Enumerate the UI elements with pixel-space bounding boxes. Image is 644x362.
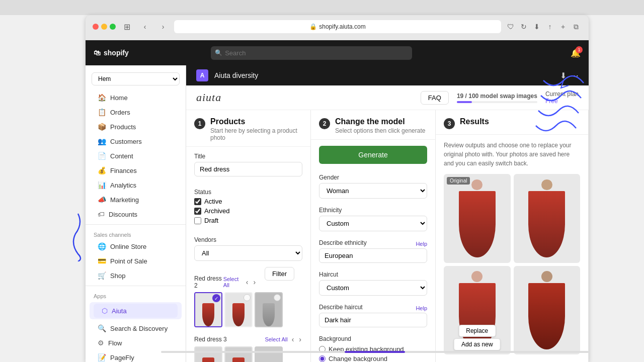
- sidebar-item-analytics[interactable]: 📊 Analytics: [90, 178, 182, 192]
- generate-button[interactable]: Generate: [319, 146, 427, 164]
- sidebar-item-finances[interactable]: 💰 Finances: [90, 163, 182, 177]
- select-all-2[interactable]: Select All: [265, 336, 287, 342]
- search-input[interactable]: [211, 46, 412, 60]
- product-thumb-1-3[interactable]: [255, 292, 283, 327]
- change-background-radio[interactable]: [319, 355, 326, 362]
- gender-select[interactable]: Woman Man: [319, 183, 427, 199]
- status-archived-checkbox[interactable]: [194, 208, 201, 215]
- sidebar-item-online-store[interactable]: 🌐 Online Store: [90, 239, 182, 253]
- product-thumb-1-2[interactable]: [224, 292, 253, 327]
- thumb-check-empty-3: [274, 294, 281, 301]
- col1-subtitle: Start here by selecting a product photo: [210, 127, 302, 141]
- ethnicity-select[interactable]: Custom European Asian African: [319, 216, 427, 231]
- original-label: Original: [447, 177, 470, 185]
- notification-btn[interactable]: 🔔 1: [571, 48, 581, 58]
- title-input[interactable]: [194, 162, 302, 176]
- download-icon-btn[interactable]: ⬇: [560, 71, 567, 80]
- new-tab-btn[interactable]: +: [557, 21, 569, 32]
- prev-btn-1[interactable]: ‹: [245, 278, 250, 286]
- forward-btn[interactable]: ›: [156, 22, 170, 32]
- model-column: 2 Change the model Select options then c…: [311, 110, 436, 362]
- add-as-new-button[interactable]: Add as new: [454, 338, 501, 350]
- sidebar-label-content: Content: [110, 152, 133, 160]
- status-draft-checkbox[interactable]: [194, 217, 201, 224]
- status-draft[interactable]: Draft: [194, 217, 302, 224]
- sidebar-item-content[interactable]: 📄 Content: [90, 149, 182, 163]
- online-store-icon: 🌐: [98, 242, 106, 250]
- product-thumb-1-1[interactable]: ✓: [194, 292, 222, 327]
- products-column: 1 Products Start here by selecting a pro…: [186, 110, 311, 362]
- dress-grey-3: [263, 303, 274, 326]
- sidebar-item-products[interactable]: 📦 Products: [90, 120, 182, 134]
- vendors-select[interactable]: All: [194, 245, 302, 261]
- describe-ethnicity-input[interactable]: [319, 248, 427, 263]
- download-btn[interactable]: ⬇: [531, 21, 542, 32]
- sidebar-item-customers[interactable]: 👥 Customers: [90, 134, 182, 148]
- filter-button[interactable]: Filter: [265, 267, 294, 281]
- sidebar-item-orders[interactable]: 📋 Orders: [90, 105, 182, 119]
- describe-ethnicity-group: Describe ethnicity Help: [311, 235, 435, 267]
- address-bar[interactable]: 🔒 shopify.aiuta.com: [174, 20, 501, 33]
- title-group: Title: [186, 147, 310, 183]
- browser-actions: 🛡 ↻ ⬇ ↑ + ⧉: [505, 21, 582, 32]
- product-thumb-2-3[interactable]: [255, 346, 283, 362]
- minimize-window-btn[interactable]: [101, 24, 107, 30]
- status-archived[interactable]: Archived: [194, 207, 302, 215]
- sidebar-item-aiuta[interactable]: ⬡ Aiuta: [94, 304, 178, 318]
- sidebar-item-flow[interactable]: ⚙ Flow: [90, 336, 182, 350]
- sales-channels-label: Sales channels: [86, 228, 186, 239]
- ethnicity-label: Ethnicity: [319, 207, 427, 214]
- pagefly-icon: 📝: [98, 353, 106, 361]
- sidebar-toggle-btn[interactable]: ⊞: [120, 22, 134, 32]
- describe-ethnicity-help[interactable]: Help: [416, 241, 427, 247]
- describe-haircut-help[interactable]: Help: [416, 305, 427, 311]
- prev-btn-2[interactable]: ‹: [291, 335, 295, 343]
- share-btn[interactable]: ↑: [544, 21, 555, 32]
- store-select[interactable]: Hem: [92, 72, 180, 85]
- sidebar-item-shop[interactable]: 🛒 Shop: [90, 268, 182, 283]
- sidebar-label-analytics: Analytics: [110, 182, 136, 189]
- background-label: Background: [319, 335, 427, 342]
- horizontal-scrollbar-thumb[interactable]: [345, 351, 405, 353]
- aiuta-icon: ⬡: [102, 307, 108, 315]
- sidebar-item-search-discovery[interactable]: 🔍 Search & Discovery: [90, 321, 182, 335]
- generated-figure-1: [528, 179, 565, 257]
- sidebar-item-pos[interactable]: 💳 Point of Sale: [90, 254, 182, 268]
- next-btn-1[interactable]: ›: [252, 278, 257, 286]
- result-original[interactable]: Original: [444, 174, 511, 263]
- change-background-option[interactable]: Change background: [319, 355, 427, 362]
- replace-menu: Replace Add as new: [454, 325, 501, 350]
- maximize-window-btn[interactable]: [110, 24, 116, 30]
- next-btn-2[interactable]: ›: [298, 335, 302, 343]
- select-all-1[interactable]: Select All: [223, 276, 242, 288]
- sidebar-item-discounts[interactable]: 🏷 Discounts: [90, 207, 182, 221]
- describe-haircut-input[interactable]: [319, 313, 427, 327]
- refresh-btn[interactable]: ↻: [518, 21, 529, 32]
- home-icon: 🏠: [98, 94, 106, 102]
- product-thumb-2-2[interactable]: [224, 346, 253, 362]
- status-active-checkbox[interactable]: [194, 198, 201, 205]
- lock-icon: 🔒: [309, 23, 317, 30]
- shield-icon[interactable]: 🛡: [505, 21, 516, 32]
- sidebar-item-home[interactable]: 🏠 Home: [90, 90, 182, 105]
- app-content: 🛍 shopify 🔍 🔔 1: [86, 40, 589, 362]
- haircut-select[interactable]: Custom Short Long Curly: [319, 280, 427, 296]
- close-window-btn[interactable]: [93, 24, 99, 30]
- sidebar-item-marketing[interactable]: 📣 Marketing: [90, 193, 182, 207]
- product-group-2-name: Red dress 3: [194, 336, 227, 343]
- result-generated-2[interactable]: Replace Add as new: [444, 266, 511, 355]
- sidebar-label-customers: Customers: [110, 138, 142, 145]
- result-generated-3[interactable]: [514, 266, 581, 355]
- back-btn[interactable]: ‹: [138, 22, 152, 32]
- faq-button[interactable]: FAQ: [421, 91, 449, 105]
- result-generated-1[interactable]: [514, 174, 581, 263]
- status-active[interactable]: Active: [194, 198, 302, 205]
- pos-icon: 💳: [98, 257, 106, 265]
- replace-button[interactable]: Replace: [458, 325, 496, 337]
- figure-head-3: [471, 271, 482, 282]
- product-thumbs-2: [194, 346, 302, 362]
- product-thumb-2-1[interactable]: [194, 346, 222, 362]
- results-col-header: 3 Results: [436, 110, 588, 135]
- tabs-btn[interactable]: ⧉: [571, 21, 582, 32]
- more-options-btn[interactable]: ⋯: [571, 71, 579, 80]
